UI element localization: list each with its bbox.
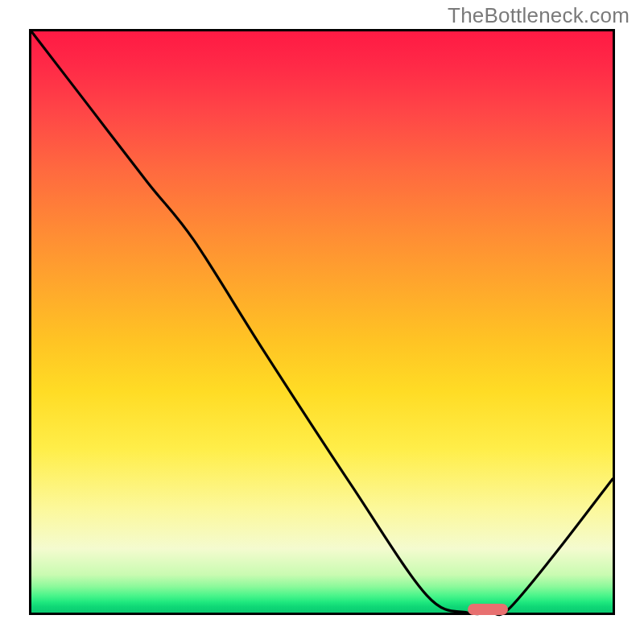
optimal-range-marker — [468, 604, 509, 615]
bottleneck-curve — [31, 31, 613, 613]
chart-root: TheBottleneck.com — [0, 0, 644, 644]
plot-area — [29, 29, 615, 615]
watermark-text: TheBottleneck.com — [448, 3, 630, 28]
